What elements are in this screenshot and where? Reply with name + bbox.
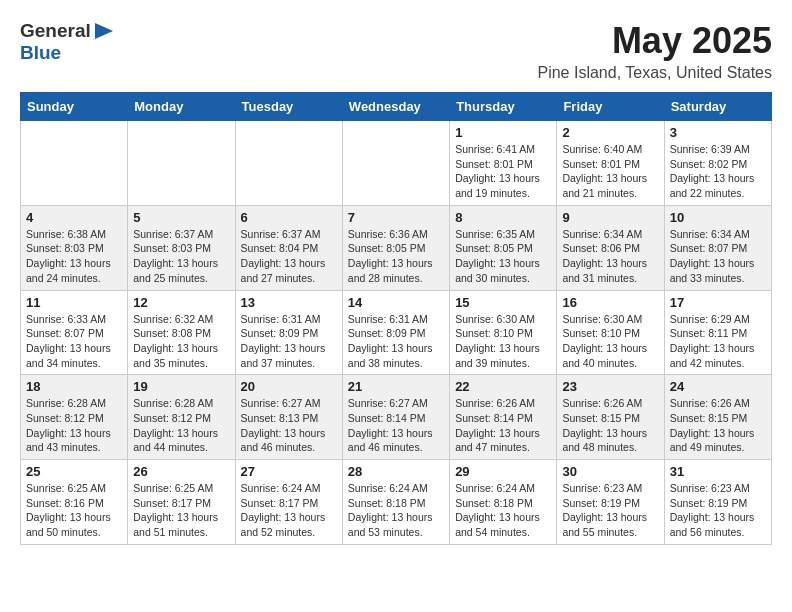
table-row: 24Sunrise: 6:26 AM Sunset: 8:15 PM Dayli… xyxy=(664,375,771,460)
table-row: 16Sunrise: 6:30 AM Sunset: 8:10 PM Dayli… xyxy=(557,290,664,375)
day-number: 17 xyxy=(670,295,766,310)
day-info: Sunrise: 6:25 AM Sunset: 8:16 PM Dayligh… xyxy=(26,481,122,540)
table-row xyxy=(235,121,342,206)
calendar: Sunday Monday Tuesday Wednesday Thursday… xyxy=(20,92,772,545)
day-info: Sunrise: 6:31 AM Sunset: 8:09 PM Dayligh… xyxy=(348,312,444,371)
table-row: 25Sunrise: 6:25 AM Sunset: 8:16 PM Dayli… xyxy=(21,460,128,545)
day-number: 9 xyxy=(562,210,658,225)
table-row: 23Sunrise: 6:26 AM Sunset: 8:15 PM Dayli… xyxy=(557,375,664,460)
table-row: 7Sunrise: 6:36 AM Sunset: 8:05 PM Daylig… xyxy=(342,205,449,290)
day-number: 31 xyxy=(670,464,766,479)
day-info: Sunrise: 6:26 AM Sunset: 8:14 PM Dayligh… xyxy=(455,396,551,455)
table-row: 6Sunrise: 6:37 AM Sunset: 8:04 PM Daylig… xyxy=(235,205,342,290)
day-info: Sunrise: 6:39 AM Sunset: 8:02 PM Dayligh… xyxy=(670,142,766,201)
day-number: 15 xyxy=(455,295,551,310)
day-number: 26 xyxy=(133,464,229,479)
table-row: 5Sunrise: 6:37 AM Sunset: 8:03 PM Daylig… xyxy=(128,205,235,290)
day-info: Sunrise: 6:24 AM Sunset: 8:17 PM Dayligh… xyxy=(241,481,337,540)
day-info: Sunrise: 6:37 AM Sunset: 8:04 PM Dayligh… xyxy=(241,227,337,286)
subtitle: Pine Island, Texas, United States xyxy=(537,64,772,82)
day-number: 22 xyxy=(455,379,551,394)
day-info: Sunrise: 6:38 AM Sunset: 8:03 PM Dayligh… xyxy=(26,227,122,286)
day-info: Sunrise: 6:30 AM Sunset: 8:10 PM Dayligh… xyxy=(562,312,658,371)
page: General Blue May 2025 Pine Island, Texas… xyxy=(0,0,792,555)
day-info: Sunrise: 6:25 AM Sunset: 8:17 PM Dayligh… xyxy=(133,481,229,540)
day-number: 8 xyxy=(455,210,551,225)
table-row: 22Sunrise: 6:26 AM Sunset: 8:14 PM Dayli… xyxy=(450,375,557,460)
calendar-week-row: 1Sunrise: 6:41 AM Sunset: 8:01 PM Daylig… xyxy=(21,121,772,206)
table-row xyxy=(21,121,128,206)
day-number: 10 xyxy=(670,210,766,225)
table-row: 29Sunrise: 6:24 AM Sunset: 8:18 PM Dayli… xyxy=(450,460,557,545)
day-info: Sunrise: 6:24 AM Sunset: 8:18 PM Dayligh… xyxy=(348,481,444,540)
day-number: 24 xyxy=(670,379,766,394)
table-row: 19Sunrise: 6:28 AM Sunset: 8:12 PM Dayli… xyxy=(128,375,235,460)
day-number: 6 xyxy=(241,210,337,225)
day-info: Sunrise: 6:28 AM Sunset: 8:12 PM Dayligh… xyxy=(26,396,122,455)
day-number: 11 xyxy=(26,295,122,310)
header-thursday: Thursday xyxy=(450,93,557,121)
calendar-week-row: 4Sunrise: 6:38 AM Sunset: 8:03 PM Daylig… xyxy=(21,205,772,290)
day-number: 7 xyxy=(348,210,444,225)
title-block: May 2025 Pine Island, Texas, United Stat… xyxy=(537,20,772,82)
table-row: 1Sunrise: 6:41 AM Sunset: 8:01 PM Daylig… xyxy=(450,121,557,206)
day-number: 19 xyxy=(133,379,229,394)
day-info: Sunrise: 6:33 AM Sunset: 8:07 PM Dayligh… xyxy=(26,312,122,371)
logo-blue: Blue xyxy=(20,42,61,63)
day-number: 4 xyxy=(26,210,122,225)
day-number: 3 xyxy=(670,125,766,140)
table-row: 20Sunrise: 6:27 AM Sunset: 8:13 PM Dayli… xyxy=(235,375,342,460)
weekday-header-row: Sunday Monday Tuesday Wednesday Thursday… xyxy=(21,93,772,121)
day-number: 5 xyxy=(133,210,229,225)
table-row: 31Sunrise: 6:23 AM Sunset: 8:19 PM Dayli… xyxy=(664,460,771,545)
day-number: 21 xyxy=(348,379,444,394)
table-row: 27Sunrise: 6:24 AM Sunset: 8:17 PM Dayli… xyxy=(235,460,342,545)
table-row: 14Sunrise: 6:31 AM Sunset: 8:09 PM Dayli… xyxy=(342,290,449,375)
table-row: 9Sunrise: 6:34 AM Sunset: 8:06 PM Daylig… xyxy=(557,205,664,290)
table-row: 28Sunrise: 6:24 AM Sunset: 8:18 PM Dayli… xyxy=(342,460,449,545)
day-info: Sunrise: 6:40 AM Sunset: 8:01 PM Dayligh… xyxy=(562,142,658,201)
day-info: Sunrise: 6:23 AM Sunset: 8:19 PM Dayligh… xyxy=(562,481,658,540)
day-number: 18 xyxy=(26,379,122,394)
table-row: 26Sunrise: 6:25 AM Sunset: 8:17 PM Dayli… xyxy=(128,460,235,545)
day-info: Sunrise: 6:34 AM Sunset: 8:06 PM Dayligh… xyxy=(562,227,658,286)
day-info: Sunrise: 6:32 AM Sunset: 8:08 PM Dayligh… xyxy=(133,312,229,371)
day-info: Sunrise: 6:26 AM Sunset: 8:15 PM Dayligh… xyxy=(670,396,766,455)
day-info: Sunrise: 6:23 AM Sunset: 8:19 PM Dayligh… xyxy=(670,481,766,540)
table-row: 18Sunrise: 6:28 AM Sunset: 8:12 PM Dayli… xyxy=(21,375,128,460)
header-friday: Friday xyxy=(557,93,664,121)
logo: General Blue xyxy=(20,20,115,64)
header-wednesday: Wednesday xyxy=(342,93,449,121)
day-number: 16 xyxy=(562,295,658,310)
day-info: Sunrise: 6:29 AM Sunset: 8:11 PM Dayligh… xyxy=(670,312,766,371)
table-row: 3Sunrise: 6:39 AM Sunset: 8:02 PM Daylig… xyxy=(664,121,771,206)
day-number: 28 xyxy=(348,464,444,479)
table-row xyxy=(342,121,449,206)
table-row: 10Sunrise: 6:34 AM Sunset: 8:07 PM Dayli… xyxy=(664,205,771,290)
logo-general: General xyxy=(20,20,91,42)
day-info: Sunrise: 6:36 AM Sunset: 8:05 PM Dayligh… xyxy=(348,227,444,286)
table-row: 15Sunrise: 6:30 AM Sunset: 8:10 PM Dayli… xyxy=(450,290,557,375)
header-monday: Monday xyxy=(128,93,235,121)
day-info: Sunrise: 6:26 AM Sunset: 8:15 PM Dayligh… xyxy=(562,396,658,455)
logo-flag-icon xyxy=(93,23,115,39)
day-number: 2 xyxy=(562,125,658,140)
table-row: 2Sunrise: 6:40 AM Sunset: 8:01 PM Daylig… xyxy=(557,121,664,206)
day-number: 25 xyxy=(26,464,122,479)
day-info: Sunrise: 6:24 AM Sunset: 8:18 PM Dayligh… xyxy=(455,481,551,540)
header-saturday: Saturday xyxy=(664,93,771,121)
main-title: May 2025 xyxy=(537,20,772,62)
day-number: 14 xyxy=(348,295,444,310)
day-number: 30 xyxy=(562,464,658,479)
table-row: 11Sunrise: 6:33 AM Sunset: 8:07 PM Dayli… xyxy=(21,290,128,375)
day-number: 12 xyxy=(133,295,229,310)
calendar-week-row: 11Sunrise: 6:33 AM Sunset: 8:07 PM Dayli… xyxy=(21,290,772,375)
table-row: 4Sunrise: 6:38 AM Sunset: 8:03 PM Daylig… xyxy=(21,205,128,290)
table-row: 21Sunrise: 6:27 AM Sunset: 8:14 PM Dayli… xyxy=(342,375,449,460)
day-info: Sunrise: 6:30 AM Sunset: 8:10 PM Dayligh… xyxy=(455,312,551,371)
table-row: 17Sunrise: 6:29 AM Sunset: 8:11 PM Dayli… xyxy=(664,290,771,375)
header-tuesday: Tuesday xyxy=(235,93,342,121)
day-info: Sunrise: 6:27 AM Sunset: 8:13 PM Dayligh… xyxy=(241,396,337,455)
svg-marker-0 xyxy=(95,23,113,39)
day-info: Sunrise: 6:37 AM Sunset: 8:03 PM Dayligh… xyxy=(133,227,229,286)
